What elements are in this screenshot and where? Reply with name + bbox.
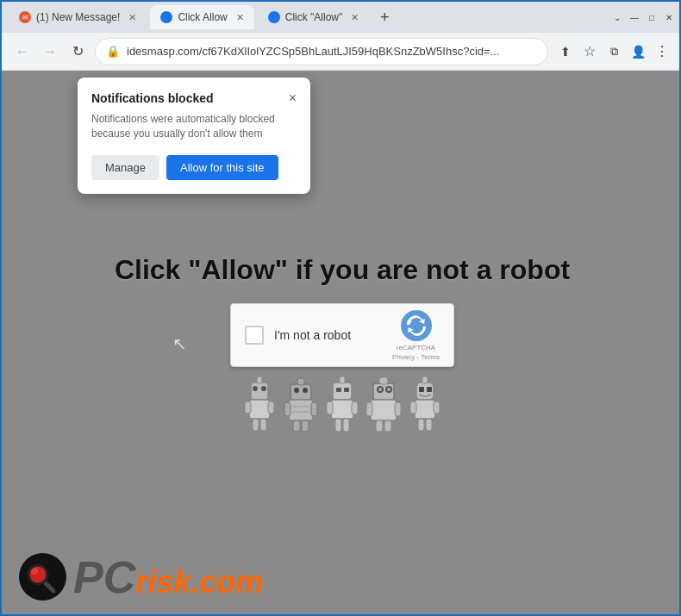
pcrisk-risk: risk.com — [135, 567, 263, 598]
svg-rect-6 — [268, 401, 274, 414]
back-button[interactable]: ← — [12, 41, 33, 62]
forward-button[interactable]: → — [40, 41, 60, 62]
robots-illustration — [242, 374, 442, 434]
manage-button[interactable]: Manage — [91, 155, 159, 180]
profile-icon[interactable]: 👤 — [628, 41, 648, 62]
tab1-favicon: ✉ — [19, 11, 31, 23]
robot-1 — [242, 374, 277, 434]
tab-click-allow-quoted[interactable]: Click "Allow" ✕ — [258, 5, 370, 29]
pcrisk-logo-area: PC risk.com — [19, 553, 263, 600]
lock-icon: 🔒 — [106, 45, 120, 58]
captcha-left: I'm not a robot — [245, 326, 351, 345]
svg-rect-47 — [418, 419, 424, 431]
tab-new-message[interactable]: ✉ (1) New Message! ✕ — [9, 5, 147, 29]
bookmark-icon[interactable]: ☆ — [579, 41, 600, 62]
url-text: idesmasp.com/cf67KdXlIolYZCSp5BhLautLJI5… — [127, 45, 537, 58]
reload-button[interactable]: ↻ — [67, 41, 88, 62]
svg-rect-44 — [415, 400, 435, 419]
notif-body: Notifications were automatically blocked… — [91, 112, 297, 141]
extensions-icon[interactable]: ⧉ — [603, 41, 624, 62]
pcrisk-icon — [19, 553, 66, 600]
svg-rect-8 — [260, 419, 266, 431]
menu-icon[interactable]: ⋮ — [652, 41, 672, 62]
svg-rect-39 — [384, 420, 391, 432]
svg-point-12 — [303, 388, 308, 393]
svg-rect-17 — [302, 420, 309, 432]
svg-point-32 — [378, 388, 382, 391]
close-button[interactable]: ✕ — [662, 10, 676, 24]
robot-5 — [408, 374, 442, 434]
notif-title: Notifications blocked — [91, 91, 214, 105]
robot-3 — [325, 374, 359, 434]
address-bar[interactable]: 🔒 idesmasp.com/cf67KdXlIolYZCSp5BhLautLJ… — [95, 38, 548, 65]
tab3-title: Click "Allow" — [285, 11, 343, 23]
pcrisk-pc: PC — [73, 555, 135, 600]
pcrisk-icon-svg — [19, 553, 66, 600]
svg-point-2 — [253, 386, 258, 391]
svg-rect-4 — [249, 400, 270, 419]
tab1-title: (1) New Message! — [36, 11, 120, 23]
notification-popup: Notifications blocked × Notifications we… — [78, 78, 310, 194]
svg-rect-13 — [289, 400, 313, 420]
svg-rect-27 — [335, 419, 341, 432]
tab2-title: Click Allow — [178, 11, 227, 23]
notif-header: Notifications blocked × — [91, 91, 297, 105]
share-icon[interactable]: ⬆ — [555, 41, 576, 62]
notif-close-button[interactable]: × — [289, 91, 297, 105]
pcrisk-text-area: PC risk.com — [73, 555, 263, 600]
nav-bar: ← → ↻ 🔒 idesmasp.com/cf67KdXlIolYZCSp5Bh… — [2, 33, 681, 71]
svg-rect-10 — [291, 384, 311, 400]
svg-point-34 — [387, 388, 390, 391]
svg-rect-23 — [344, 388, 349, 392]
tab2-close[interactable]: ✕ — [236, 12, 244, 23]
captcha-widget[interactable]: I'm not a robot reCAPTCHA Privacy - Te — [230, 303, 454, 367]
svg-point-11 — [294, 388, 299, 393]
robot-2 — [284, 374, 318, 434]
svg-rect-46 — [434, 401, 440, 414]
svg-rect-40 — [379, 377, 388, 384]
browser-window: ✉ (1) New Message! ✕ Click Allow ✕ Click… — [2, 2, 681, 616]
window-controls: ⌄ — □ ✕ — [610, 10, 676, 24]
captcha-label: I'm not a robot — [274, 328, 351, 342]
nav-right-icons: ⬆ ☆ ⧉ 👤 ⋮ — [555, 41, 672, 62]
svg-point-3 — [261, 386, 266, 391]
allow-button[interactable]: Allow for this site — [166, 155, 278, 180]
svg-rect-38 — [376, 420, 383, 432]
minimize-button[interactable]: — — [628, 10, 641, 24]
new-tab-button[interactable]: + — [372, 5, 397, 29]
svg-rect-18 — [297, 378, 304, 385]
svg-rect-7 — [253, 419, 259, 431]
captcha-checkbox[interactable] — [245, 326, 264, 345]
main-heading: Click "Allow" if you are not a robot — [115, 254, 570, 286]
title-bar: ✉ (1) New Message! ✕ Click Allow ✕ Click… — [2, 2, 681, 33]
cursor-indicator: ↖ — [172, 333, 187, 354]
svg-rect-48 — [426, 419, 432, 431]
maximize-button[interactable]: □ — [645, 10, 659, 24]
svg-rect-24 — [331, 400, 353, 419]
robot-4 — [366, 374, 401, 434]
svg-rect-28 — [343, 419, 349, 432]
svg-rect-1 — [251, 383, 268, 400]
svg-rect-5 — [245, 401, 251, 414]
svg-rect-45 — [410, 401, 416, 414]
tab2-favicon — [160, 11, 172, 23]
svg-rect-37 — [395, 402, 401, 416]
notif-buttons: Manage Allow for this site — [91, 155, 297, 180]
svg-rect-16 — [293, 420, 300, 432]
tab3-close[interactable]: ✕ — [351, 12, 359, 23]
tab-click-allow[interactable]: Click Allow ✕ — [150, 5, 253, 29]
svg-rect-42 — [419, 387, 424, 392]
svg-point-0 — [401, 310, 432, 341]
chevron-icon[interactable]: ⌄ — [610, 10, 624, 24]
tab1-close[interactable]: ✕ — [128, 12, 136, 23]
tab3-favicon — [268, 11, 280, 23]
recaptcha-terms: Terms — [421, 353, 440, 361]
svg-rect-36 — [366, 402, 372, 416]
svg-rect-9 — [257, 376, 262, 383]
svg-rect-26 — [352, 401, 358, 414]
recaptcha-privacy: Privacy — [392, 353, 415, 361]
recaptcha-links: Privacy - Terms — [392, 353, 440, 361]
svg-rect-15 — [311, 402, 317, 416]
recaptcha-logo — [400, 309, 433, 342]
svg-rect-49 — [422, 376, 428, 383]
